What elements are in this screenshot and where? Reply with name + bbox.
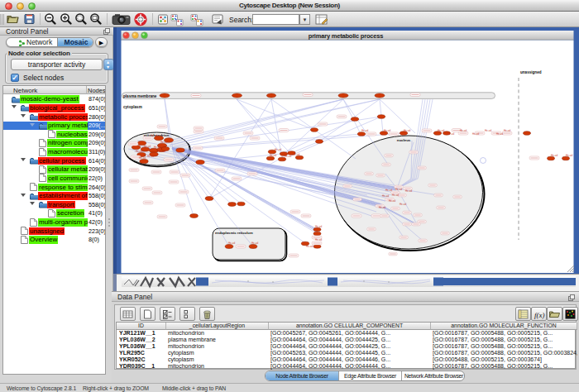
svg-text:He-ad: He-ad	[485, 129, 492, 132]
svg-text:primary metabolic process: primary metabolic process	[309, 32, 383, 40]
svg-text:He-ad: He-ad	[379, 206, 386, 209]
svg-text:cytoplasm: cytoplasm	[123, 105, 142, 109]
svg-text:He-ad: He-ad	[315, 225, 323, 228]
svg-text:He-ad: He-ad	[285, 155, 292, 158]
svg-text:He-ad: He-ad	[460, 129, 467, 132]
svg-text:He-ad: He-ad	[275, 148, 282, 151]
svg-text:He-ad: He-ad	[395, 188, 403, 191]
svg-text:He-ad: He-ad	[151, 134, 158, 137]
svg-text:He-ad: He-ad	[400, 203, 407, 206]
svg-text:He-ad: He-ad	[293, 153, 300, 156]
svg-text:He-ad: He-ad	[551, 154, 558, 157]
svg-text:He-ad: He-ad	[147, 155, 155, 158]
svg-text:He-ad: He-ad	[136, 150, 143, 153]
svg-text:He-ad: He-ad	[385, 189, 393, 192]
svg-text:f(x): f(x)	[534, 311, 545, 319]
svg-text:He-ad: He-ad	[404, 129, 411, 132]
svg-text:He-ad: He-ad	[361, 129, 369, 132]
svg-text:He-ad: He-ad	[382, 194, 390, 198]
svg-text:He-ad: He-ad	[496, 132, 504, 136]
svg-text:He-ad: He-ad	[306, 245, 313, 248]
svg-text:He-ad: He-ad	[438, 129, 445, 132]
svg-text:He-ad: He-ad	[160, 141, 168, 144]
svg-text:He-ad: He-ad	[251, 241, 259, 245]
svg-text:unassigned: unassigned	[520, 70, 542, 74]
svg-text:He-ad: He-ad	[447, 132, 455, 136]
svg-text:He-ad: He-ad	[472, 132, 480, 136]
svg-text:He-ad: He-ad	[139, 156, 146, 160]
svg-text:nucleus: nucleus	[397, 138, 411, 142]
svg-text:He-ad: He-ad	[389, 199, 396, 203]
svg-text:He-ad: He-ad	[144, 145, 151, 148]
svg-text:He-ad: He-ad	[270, 154, 277, 157]
svg-text:He-ad: He-ad	[315, 238, 323, 241]
svg-text:He-ad: He-ad	[504, 129, 511, 132]
svg-text:He-ad: He-ad	[392, 194, 400, 197]
svg-text:He-ad: He-ad	[566, 154, 573, 157]
svg-text:He-ad: He-ad	[405, 189, 413, 193]
svg-text:He-ad: He-ad	[159, 150, 166, 153]
svg-text:He-ad: He-ad	[384, 129, 391, 132]
svg-text:plasma membrane: plasma membrane	[123, 94, 157, 98]
svg-text:He-ad: He-ad	[228, 241, 236, 245]
svg-text:He-ad: He-ad	[154, 146, 161, 149]
svg-text:endoplasmic reticulum: endoplasmic reticulum	[215, 231, 253, 235]
